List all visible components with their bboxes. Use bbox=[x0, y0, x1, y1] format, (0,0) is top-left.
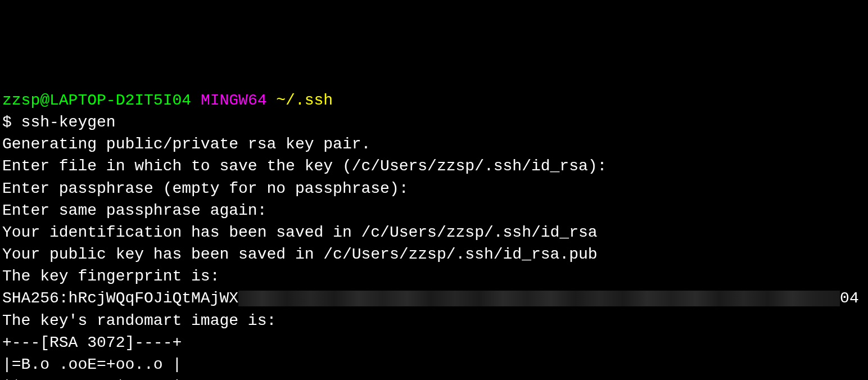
output-fingerprint-label: The key fingerprint is: bbox=[2, 265, 866, 287]
output-enter-passphrase-again: Enter same passphrase again: bbox=[2, 200, 866, 221]
randomart-row-2: |*o= + .===+*o+o .| bbox=[2, 376, 866, 380]
redacted-fingerprint bbox=[238, 291, 840, 306]
randomart-row-1: |=B.o .ooE=+oo..o | bbox=[2, 354, 866, 376]
prompt-env: MINGW64 bbox=[201, 92, 267, 109]
command-text: ssh-keygen bbox=[21, 114, 116, 131]
prompt-user-host: zzsp@LAPTOP-D2IT5I04 bbox=[2, 92, 191, 109]
output-enter-file: Enter file in which to save the key (/c/… bbox=[2, 155, 866, 177]
command-line: $ ssh-keygen bbox=[2, 111, 866, 133]
prompt-line: zzsp@LAPTOP-D2IT5I04 MINGW64 ~/.ssh bbox=[2, 89, 866, 111]
output-pub-saved: Your public key has been saved in /c/Use… bbox=[2, 243, 866, 265]
prompt-symbol: $ bbox=[2, 114, 21, 131]
output-fingerprint-line: SHA256:hRcjWQqFOJiQtMAjWX04 bbox=[2, 287, 866, 309]
fingerprint-prefix: SHA256:hRcjWQqFOJiQtMAjWX bbox=[2, 287, 238, 309]
output-randomart-label: The key's randomart image is: bbox=[2, 310, 866, 332]
output-generating: Generating public/private rsa key pair. bbox=[2, 133, 866, 155]
fingerprint-suffix: 04 bbox=[840, 287, 859, 309]
output-id-saved: Your identification has been saved in /c… bbox=[2, 221, 866, 243]
output-enter-passphrase: Enter passphrase (empty for no passphras… bbox=[2, 178, 866, 200]
terminal-output[interactable]: zzsp@LAPTOP-D2IT5I04 MINGW64 ~/.ssh$ ssh… bbox=[2, 89, 866, 380]
prompt-path: ~/.ssh bbox=[276, 92, 333, 109]
randomart-row-0: +---[RSA 3072]----+ bbox=[2, 332, 866, 354]
